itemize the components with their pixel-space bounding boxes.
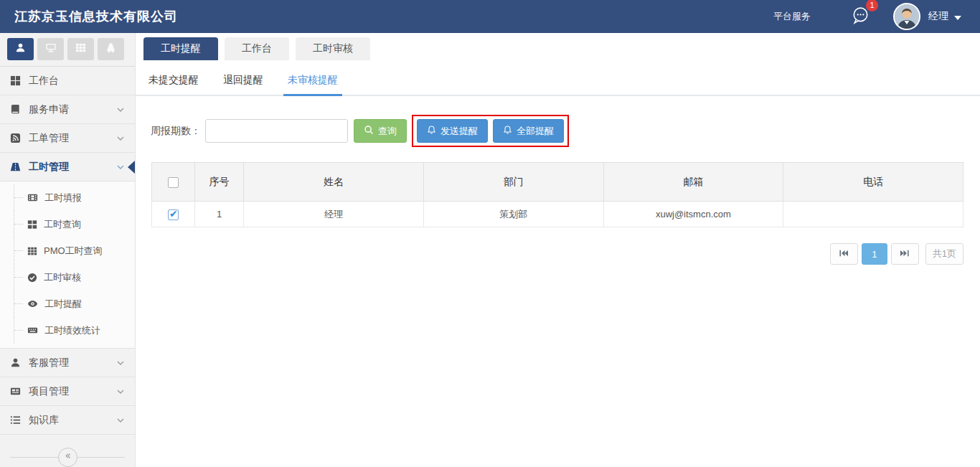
last-page-button[interactable]: [891, 243, 919, 265]
submenu-item-label: 工时提醒: [44, 298, 82, 311]
sidebar-item-label: 知识库: [29, 414, 59, 427]
tab-worktime-review[interactable]: 工时审核: [296, 37, 370, 60]
submenu-item-pmo-worktime-query[interactable]: PMO工时查询: [14, 237, 135, 264]
chevron-down-icon: [116, 387, 125, 396]
user-icon: [15, 42, 26, 56]
page-number-button[interactable]: 1: [862, 243, 887, 265]
comment-icon: [851, 15, 870, 27]
quick-monitor-button[interactable]: [37, 38, 64, 60]
active-menu-notch: [128, 161, 135, 174]
sidebar-item-service-request[interactable]: 服务申请: [0, 95, 135, 124]
user-menu[interactable]: 经理: [928, 10, 961, 23]
weekly-period-label: 周报期数：: [151, 125, 201, 138]
header-name: 姓名: [244, 163, 424, 202]
header-email: 邮箱: [603, 163, 783, 202]
weekly-period-input[interactable]: [205, 119, 348, 143]
send-reminder-button[interactable]: 发送提醒: [417, 119, 488, 143]
subtab-returned-reminder[interactable]: 退回提醒: [219, 67, 268, 95]
sidebar: 工作台 服务申请 工单管理 工时管理: [0, 33, 136, 467]
row-checkbox-cell: [152, 202, 195, 227]
tab-workbench[interactable]: 工作台: [225, 37, 289, 60]
sidebar-collapse-button[interactable]: [58, 448, 77, 467]
header-dept: 部门: [423, 163, 603, 202]
bell-icon: [503, 125, 512, 137]
subtab-unsubmitted-reminder[interactable]: 未提交提醒: [144, 67, 203, 95]
submenu-item-worktime-fill[interactable]: 工时填报: [14, 184, 135, 211]
platform-service-link[interactable]: 平台服务: [773, 10, 811, 23]
sidebar-item-project-mgmt[interactable]: 项目管理: [0, 377, 135, 406]
search-icon: [364, 125, 374, 137]
all-reminder-button[interactable]: 全部提醒: [493, 119, 564, 143]
windows-icon: [10, 75, 21, 86]
header-seq: 序号: [195, 163, 244, 202]
chevron-down-icon: [116, 134, 125, 143]
first-page-icon: [839, 249, 849, 260]
monitor-icon: [45, 42, 57, 56]
sidebar-item-label: 服务申请: [29, 103, 69, 116]
reminder-table: 序号 姓名 部门 邮箱 电话 1 经理 策划部: [151, 162, 963, 227]
book-icon: [10, 104, 21, 115]
chevron-down-icon: [116, 105, 125, 114]
submenu-item-worktime-reminder[interactable]: 工时提醒: [14, 291, 135, 317]
topbar: 江苏京玉信息技术有限公司 平台服务 1: [0, 0, 980, 33]
header-phone: 电话: [783, 163, 963, 202]
messages-button[interactable]: 1: [851, 6, 870, 28]
rss-icon: [10, 133, 21, 143]
submenu-item-label: PMO工时查询: [44, 245, 103, 258]
sidebar-item-label: 客服管理: [29, 357, 69, 369]
cell-email: xuwj@itsmcn.com: [603, 202, 783, 227]
avatar[interactable]: [893, 3, 920, 30]
submenu-item-label: 工时审核: [44, 271, 81, 284]
cell-seq: 1: [195, 202, 244, 227]
road-icon: [10, 161, 21, 172]
submenu-item-worktime-query[interactable]: 工时查询: [14, 211, 135, 237]
sidebar-item-customer-service[interactable]: 客服管理: [0, 349, 135, 377]
sidebar-collapse-row: [0, 439, 135, 467]
search-button[interactable]: 查询: [354, 119, 407, 143]
topbar-right: 平台服务 1 经理: [773, 3, 980, 30]
sidebar-item-knowledge-base[interactable]: 知识库: [0, 406, 135, 435]
ordered-list-icon: [10, 415, 21, 425]
sidebar-item-ticket-mgmt[interactable]: 工单管理: [0, 124, 135, 153]
filter-row: 周报期数： 查询 发送提醒 全部提醒: [151, 115, 980, 147]
subtab-label: 未提交提醒: [149, 74, 199, 85]
sidebar-item-label: 工单管理: [29, 132, 69, 145]
submenu-item-worktime-performance[interactable]: 工时绩效统计: [14, 317, 135, 344]
sidebar-item-worktime-mgmt[interactable]: 工时管理: [0, 153, 135, 181]
double-chevron-left-icon: [63, 451, 72, 463]
quick-linux-button[interactable]: [98, 38, 124, 60]
submenu-item-worktime-review[interactable]: 工时审核: [14, 264, 135, 291]
th-icon: [27, 246, 37, 256]
tab-worktime-reminder[interactable]: 工时提醒: [143, 37, 218, 60]
divider: [10, 457, 59, 458]
select-all-checkbox[interactable]: [168, 177, 179, 188]
cell-dept: 策划部: [423, 202, 603, 227]
submenu-item-label: 工时填报: [44, 192, 82, 204]
send-reminder-label: 发送提醒: [440, 125, 478, 138]
grid-icon: [75, 42, 86, 56]
film-icon: [27, 192, 38, 203]
cell-phone: [783, 202, 963, 227]
subtab-unreviewed-reminder[interactable]: 未审核提醒: [283, 67, 342, 95]
row-checkbox[interactable]: [168, 209, 179, 220]
sidebar-item-workbench[interactable]: 工作台: [0, 67, 135, 95]
sidebar-item-label: 项目管理: [29, 385, 69, 398]
header-checkbox-cell: [152, 163, 195, 202]
submenu-item-label: 工时绩效统计: [44, 324, 100, 337]
subtab-label: 未审核提醒: [288, 74, 338, 85]
total-pages-label: 共1页: [925, 243, 963, 265]
caret-down-icon: [954, 10, 961, 23]
username: 经理: [928, 10, 948, 23]
table-row: 1 经理 策划部 xuwj@itsmcn.com: [152, 202, 963, 227]
table-header-row: 序号 姓名 部门 邮箱 电话: [152, 163, 963, 202]
sidebar-item-label: 工时管理: [29, 161, 69, 174]
quick-user-button[interactable]: [7, 38, 34, 60]
tab-label: 工时提醒: [161, 42, 201, 55]
quick-grid-button[interactable]: [67, 38, 94, 60]
linux-icon: [105, 42, 116, 56]
first-page-button[interactable]: [830, 243, 858, 265]
th-large-icon: [27, 220, 37, 230]
chevron-down-icon: [116, 359, 125, 367]
all-reminder-label: 全部提醒: [517, 125, 554, 138]
keyboard-icon: [27, 325, 38, 336]
